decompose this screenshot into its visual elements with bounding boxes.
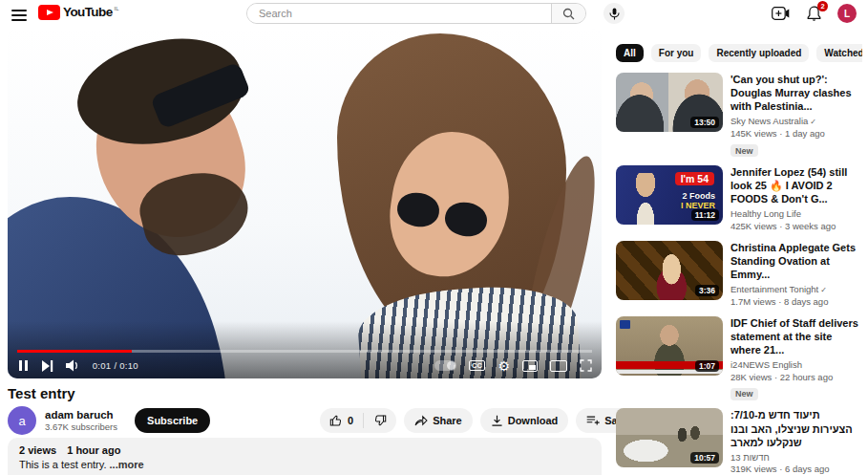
youtube-play-icon — [38, 5, 60, 20]
search-button[interactable] — [551, 4, 585, 23]
related-video-item[interactable]: I'm 54 2 Foods I NEVER E/ 11:12 Jennifer… — [616, 165, 862, 233]
share-icon — [414, 415, 428, 426]
duration-badge: 1:07 — [695, 360, 719, 372]
filter-chips: All For you Recently uploaded Watched — [616, 44, 862, 62]
related-video-item[interactable]: 3:36 Christina Applegate Gets Standing O… — [616, 241, 862, 309]
video-player[interactable]: 0:01 / 0:10 CC ⚙ — [8, 29, 602, 378]
like-count: 0 — [348, 415, 353, 426]
time-display: 0:01 / 0:10 — [93, 360, 138, 371]
duration-badge: 3:36 — [695, 285, 719, 296]
like-dislike-group: 0 — [320, 408, 396, 433]
related-video-item[interactable]: 13:50 'Can you shut up?': Douglas Murray… — [616, 73, 862, 158]
related-title: תיעוד חדש מ-7/10: הצעירות שניצלו, האב וב… — [730, 408, 862, 448]
microphone-icon — [609, 8, 620, 20]
notification-count-badge: 2 — [817, 1, 828, 11]
related-title: IDF Chief of Staff delivers statement at… — [730, 316, 862, 356]
volume-icon — [66, 359, 80, 372]
related-channel: Healthy Long Life — [730, 208, 862, 221]
related-meta: 425K views · 3 weeks ago — [730, 221, 862, 233]
description-text: This is a test entry. ...more — [19, 459, 590, 470]
video-thumbnail[interactable]: 10:57 — [616, 408, 723, 467]
duration-badge: 10:57 — [690, 452, 719, 464]
related-meta: 1.7M views · 8 days ago — [730, 296, 862, 309]
related-video-item[interactable]: 1:07 IDF Chief of Staff delivers stateme… — [616, 316, 862, 401]
video-title: Test entry — [8, 385, 75, 401]
miniplayer-icon — [522, 360, 538, 372]
search-bar[interactable] — [246, 3, 586, 24]
verified-icon: ✓ — [820, 286, 827, 294]
video-thumbnail[interactable]: I'm 54 2 Foods I NEVER E/ 11:12 — [616, 165, 723, 225]
theater-icon — [550, 360, 567, 372]
search-icon — [562, 8, 575, 20]
new-badge: New — [730, 144, 758, 157]
dislike-button[interactable] — [364, 408, 396, 433]
broadcaster-logo — [620, 320, 630, 329]
pause-button[interactable] — [17, 360, 30, 371]
video-thumbnail[interactable]: 13:50 — [616, 73, 723, 132]
thumbs-up-icon — [329, 414, 343, 427]
channel-name[interactable]: adam baruch — [45, 409, 117, 422]
related-title: 'Can you shut up?': Douglas Murray clash… — [730, 73, 862, 113]
create-button[interactable] — [771, 4, 790, 23]
fullscreen-icon — [580, 359, 592, 372]
player-controls: 0:01 / 0:10 CC ⚙ — [8, 353, 602, 378]
related-channel: Sky News Australia✓ — [730, 116, 862, 128]
show-more-link[interactable]: ...more — [110, 459, 144, 470]
related-videos-panel: All For you Recently uploaded Watched 13… — [616, 44, 862, 475]
share-button[interactable]: Share — [404, 408, 473, 433]
subscriber-count: 3.67K subscribers — [45, 421, 117, 432]
chip-watched[interactable]: Watched — [816, 44, 862, 62]
search-input[interactable] — [247, 4, 551, 23]
related-channel: חדשות 13 — [730, 452, 862, 464]
subscribe-button[interactable]: Subscribe — [135, 408, 210, 433]
thumbs-down-icon — [373, 414, 387, 427]
related-channel: i24NEWS English — [730, 359, 862, 372]
notifications-button[interactable]: 2 — [804, 4, 823, 23]
like-button[interactable]: 0 — [320, 408, 363, 433]
thumbnail-text-badge: I'm 54 — [675, 172, 714, 185]
menu-icon[interactable] — [11, 7, 27, 19]
view-count: 2 views — [19, 444, 56, 456]
next-button[interactable] — [42, 360, 53, 372]
autoplay-toggle[interactable] — [434, 360, 456, 371]
download-button[interactable]: Download — [480, 408, 569, 433]
country-code-label: IL — [115, 5, 119, 12]
skip-next-icon — [42, 360, 53, 372]
chip-for-you[interactable]: For you — [651, 44, 702, 62]
new-badge: New — [730, 388, 758, 400]
related-channel: Entertainment Tonight✓ — [730, 284, 862, 296]
create-icon — [772, 7, 790, 20]
description-meta: 2 views 1 hour ago — [19, 444, 590, 456]
top-app-bar: YouTube IL — [0, 0, 868, 27]
settings-button[interactable]: ⚙ — [498, 359, 510, 373]
related-meta: 145K views · 1 day ago — [730, 128, 862, 140]
youtube-logo[interactable]: YouTube IL — [38, 5, 119, 20]
voice-search-button[interactable] — [603, 3, 625, 24]
related-meta: 319K views · 6 days ago — [730, 464, 862, 475]
volume-button[interactable] — [66, 359, 80, 372]
theater-mode-button[interactable] — [550, 360, 567, 372]
verified-icon: ✓ — [810, 118, 816, 126]
subtitles-button[interactable]: CC — [469, 360, 486, 372]
fullscreen-button[interactable] — [580, 359, 592, 372]
download-icon — [491, 415, 503, 427]
related-title: Jennifer Lopez (54) still look 25 🔥 I AV… — [730, 165, 862, 205]
related-title: Christina Applegate Gets Standing Ovatio… — [730, 241, 862, 281]
upload-date: 1 hour ago — [67, 444, 120, 456]
miniplayer-button[interactable] — [522, 360, 538, 372]
chip-recently-uploaded[interactable]: Recently uploaded — [709, 44, 809, 62]
related-meta: 28K views · 22 hours ago — [730, 372, 862, 384]
channel-avatar[interactable]: a — [8, 406, 36, 435]
related-video-item[interactable]: 10:57 תיעוד חדש מ-7/10: הצעירות שניצלו, … — [616, 408, 862, 475]
account-avatar[interactable]: L — [837, 4, 857, 23]
video-thumbnail[interactable]: 3:36 — [616, 241, 723, 300]
duration-badge: 13:50 — [690, 117, 719, 128]
video-thumbnail[interactable]: 1:07 — [616, 316, 723, 376]
youtube-logo-text: YouTube — [63, 5, 113, 20]
duration-badge: 11:12 — [691, 209, 719, 221]
save-playlist-icon — [586, 415, 600, 426]
description-box[interactable]: 2 views 1 hour ago This is a test entry.… — [8, 438, 602, 475]
chip-all[interactable]: All — [616, 44, 644, 62]
